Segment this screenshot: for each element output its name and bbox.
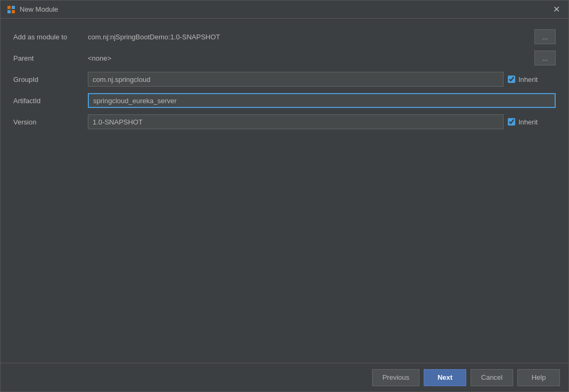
next-button[interactable]: Next <box>424 369 466 386</box>
svg-rect-3 <box>12 10 15 13</box>
dialog-footer: Previous Next Cancel Help <box>1 363 568 391</box>
artifact-id-row: ArtifactId <box>13 93 556 108</box>
add-as-module-browse-button[interactable]: ... <box>534 29 556 44</box>
group-id-label: GroupId <box>13 76 88 84</box>
dialog-title: New Module <box>20 5 58 13</box>
group-id-row: GroupId Inherit <box>13 72 556 87</box>
close-button[interactable]: ✕ <box>550 4 562 15</box>
add-as-module-value: com.nj:njSpringBootDemo:1.0-SNAPSHOT <box>88 33 220 41</box>
module-icon <box>7 5 15 14</box>
parent-browse-button[interactable]: ... <box>534 51 556 65</box>
add-as-module-row: Add as module to com.nj:njSpringBootDemo… <box>13 29 556 44</box>
group-id-area: Inherit <box>88 72 556 87</box>
version-inherit-area: Inherit <box>508 118 556 126</box>
artifact-id-input[interactable] <box>88 93 556 108</box>
artifact-id-label: ArtifactId <box>13 97 88 105</box>
group-id-inherit-label: Inherit <box>518 76 538 84</box>
title-bar: New Module ✕ <box>1 1 568 19</box>
parent-value: <none> <box>88 54 111 62</box>
svg-rect-2 <box>7 10 11 13</box>
artifact-id-area <box>88 93 556 108</box>
new-module-dialog: New Module ✕ Add as module to com.nj:njS… <box>0 0 569 392</box>
version-area: Inherit <box>88 114 556 129</box>
group-id-input[interactable] <box>88 72 504 87</box>
group-id-inherit-area: Inherit <box>508 76 556 84</box>
version-label: Version <box>13 118 88 126</box>
version-inherit-label: Inherit <box>518 118 538 126</box>
cancel-button[interactable]: Cancel <box>471 369 513 386</box>
parent-area: <none> ... <box>88 51 556 65</box>
parent-row: Parent <none> ... <box>13 51 556 65</box>
dialog-content: Add as module to com.nj:njSpringBootDemo… <box>1 19 568 363</box>
group-id-inherit-checkbox[interactable] <box>508 76 515 83</box>
version-input[interactable] <box>88 114 504 129</box>
version-inherit-checkbox[interactable] <box>508 118 515 126</box>
parent-label: Parent <box>13 54 88 62</box>
help-button[interactable]: Help <box>517 369 560 386</box>
add-as-module-label: Add as module to <box>13 33 88 41</box>
title-bar-left: New Module <box>7 5 58 14</box>
svg-rect-1 <box>12 6 15 9</box>
svg-rect-0 <box>7 6 11 9</box>
previous-button[interactable]: Previous <box>372 369 419 386</box>
add-as-module-area: com.nj:njSpringBootDemo:1.0-SNAPSHOT ... <box>88 29 556 44</box>
version-row: Version Inherit <box>13 114 556 129</box>
